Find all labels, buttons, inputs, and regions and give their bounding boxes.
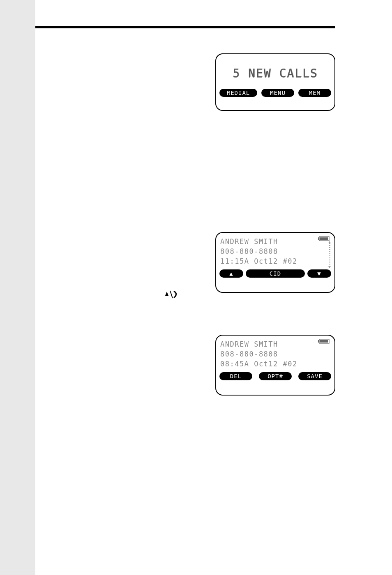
caller-number: 808-880-8808 xyxy=(220,247,330,257)
softkey-del[interactable]: DEL xyxy=(219,372,252,380)
softkey-mem[interactable]: MEM xyxy=(298,89,331,97)
caller-name: ANDREW SMITH xyxy=(220,340,330,350)
caller-name: ANDREW SMITH xyxy=(220,237,330,247)
softkey-row: REDIAL MENU MEM xyxy=(219,89,331,97)
new-calls-counter: 5 NEW CALLS xyxy=(219,57,331,86)
caller-record: ANDREW SMITH 808-880-8808 08:45A Oct12 #… xyxy=(219,338,331,370)
softkey-row: ▲ CID ▼ xyxy=(219,269,331,278)
lcd-screen-cid-list: ANDREW SMITH 808-880-8808 11:15A Oct12 #… xyxy=(215,232,335,293)
lcd-screen-new-calls: 5 NEW CALLS REDIAL MENU MEM xyxy=(215,53,335,111)
softkey-save[interactable]: SAVE xyxy=(298,372,331,380)
softkey-down-arrow[interactable]: ▼ xyxy=(307,269,331,278)
jog-dial-icon xyxy=(164,290,178,299)
softkey-opt-num[interactable]: OPT# xyxy=(259,372,292,380)
softkey-cid[interactable]: CID xyxy=(246,269,305,278)
page-left-margin xyxy=(0,0,35,575)
caller-record: ANDREW SMITH 808-880-8808 11:15A Oct12 #… xyxy=(219,235,331,267)
caller-number: 808-880-8808 xyxy=(220,350,330,359)
svg-line-12 xyxy=(170,291,173,298)
softkey-up-arrow[interactable]: ▲ xyxy=(219,269,243,278)
softkey-redial[interactable]: REDIAL xyxy=(219,89,257,97)
caller-timestamp: 11:15A Oct12 #02 xyxy=(220,257,330,267)
softkey-menu[interactable]: MENU xyxy=(261,89,294,97)
section-divider xyxy=(35,26,335,28)
caller-timestamp: 08:45A Oct12 #02 xyxy=(220,359,330,369)
lcd-screen-cid-detail: ANDREW SMITH 808-880-8808 08:45A Oct12 #… xyxy=(215,335,335,396)
softkey-row: DEL OPT# SAVE xyxy=(219,372,331,380)
